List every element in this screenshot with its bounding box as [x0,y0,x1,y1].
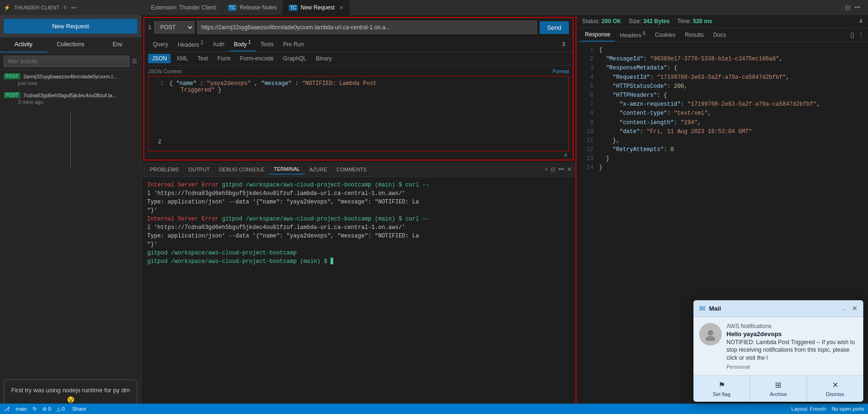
json-editor[interactable]: 1 { "name" : "yaya2devops" , "message" :… [148,76,569,152]
activity-item[interactable]: POST 7cdna63gd6eh5bguf5jkdec4ou0lfzuf.la… [0,89,141,108]
filter-bar: ☰ [0,53,141,70]
new-request-button[interactable]: New Request [4,19,137,34]
resp-braces-icon[interactable]: {} [850,31,854,38]
more-icon[interactable]: ••• [71,5,77,10]
terminal-more-icon[interactable]: ••• [558,166,564,173]
filter-options-icon[interactable]: ☰ [132,58,137,65]
mail-close-icon[interactable]: ✕ [852,304,858,312]
git-icon: ⎇ [4,406,10,412]
resp-tab-response[interactable]: Response [580,28,615,42]
resp-tab-results[interactable]: Results [680,29,709,41]
resp-tab-headers[interactable]: Headers 6 [615,28,650,42]
mail-avatar [699,323,722,346]
activity-url: 2armj32syg6aaezso4bnrvlade0ycxxm.l... [23,74,117,79]
git-branch[interactable]: main [16,406,27,412]
sidebar-tab-activity[interactable]: Activity [0,37,47,52]
terminal-tab-debug[interactable]: DEBUG CONSOLE [214,165,269,174]
set-flag-label: Set flag [713,391,730,397]
tab-query[interactable]: Query [148,38,173,51]
share-button[interactable]: Share [72,406,86,412]
tooltip-text: First try was using nodejs runtime for p… [11,387,130,403]
mail-actions: ⚑ Set flag ⊞ Archive ✕ Dismiss [693,375,863,402]
method-select[interactable]: POST GET PUT DELETE [154,21,194,34]
app-title: THUNDER CLIENT [14,5,59,10]
refresh-icon[interactable]: ↻ [63,5,67,11]
flag-icon: ⚑ [718,380,725,389]
tab-tests[interactable]: Tests [256,38,278,51]
errors-count[interactable]: ⊘ 0 [42,406,51,412]
terminal-tab-output[interactable]: OUTPUT [184,165,214,174]
subtab-graphql[interactable]: GraphQL [279,54,310,63]
terminal-add-icon[interactable]: + [544,166,548,173]
mail-set-flag-button[interactable]: ⚑ Set flag [693,376,750,402]
resp-more-icon[interactable]: ⋮ [858,31,864,38]
tab-release-label: Release Notes [240,4,277,11]
activity-url: 7cdna63gd6eh5bguf5jkdec4ou0lfzuf.la... [23,93,117,98]
filter-activity-input[interactable] [4,56,129,67]
tab-auth[interactable]: Auth [208,38,229,51]
terminal-tab-azure[interactable]: AZURE [305,165,332,174]
activity-item[interactable]: POST 2armj32syg6aaezso4bnrvlade0ycxxm.l.… [0,70,141,89]
no-open-ports-label: No open ports [832,406,864,412]
terminal-tab-problems[interactable]: PROBLEMS [145,165,184,174]
terminal-tab-terminal[interactable]: TERMINAL [269,164,305,175]
url-input[interactable] [197,21,537,34]
json-content-label: JSON Content Format [148,68,569,76]
more-options-icon[interactable]: ••• [854,4,860,11]
warnings-count[interactable]: △ 0 [57,406,65,412]
json-content-line2: Triggered" } [169,87,221,93]
layout-label[interactable]: Layout: French [792,406,826,412]
line-number: 1 [152,80,164,87]
subtab-text[interactable]: Text [194,54,212,63]
split-editor-icon[interactable]: ⊟ [845,4,851,11]
terminal-line: l 'https://7cdna63gd6eh5bguf5jkdec4ou0lf… [147,223,570,232]
resp-tab-right: {} ⋮ [850,31,864,38]
mail-dismiss-button[interactable]: ✕ Dismiss [807,376,863,402]
tab-release-notes[interactable]: TC Release Notes [222,0,283,15]
tab-headers[interactable]: Headers 2 [173,37,208,51]
sidebar-tab-collections[interactable]: Collections [47,37,94,52]
url-bar: 1 POST GET PUT DELETE Send [144,18,573,37]
tab-extension[interactable]: Extension: Thunder Client [145,0,222,15]
terminal-area: PROBLEMS OUTPUT DEBUG CONSOLE TERMINAL A… [142,162,576,414]
tab-close-icon[interactable]: ✕ [339,5,343,11]
resp-tab-cookies[interactable]: Cookies [650,29,680,41]
json-editor-area: JSON Content Format 1 { "name" : "yaya2d… [144,66,573,160]
subtab-xml[interactable]: XML [173,54,192,63]
terminal-split-icon[interactable]: ⊟ [551,166,555,173]
tab-body[interactable]: Body 1 [229,37,256,51]
method-badge: POST [4,92,20,98]
mail-category: Personnal [726,364,858,370]
tab-new-request[interactable]: TC New Request ✕ [283,0,350,15]
dismiss-icon: ✕ [832,380,838,389]
terminal-tab-comments[interactable]: COMMENTS [332,165,371,174]
mail-more-icon[interactable]: ... [842,305,846,312]
tab-pre-run[interactable]: Pre Run [278,38,309,51]
step-label-2: 2 [158,139,161,145]
terminal-controls: + ⊟ ••• ✕ [544,166,572,173]
subtab-json[interactable]: JSON [148,54,171,63]
terminal-line: gitpod /workspace/aws-cloud-project-boot… [147,257,570,266]
status-time: Time: 528 ms [677,18,712,25]
step-label-4: 4 [859,18,862,25]
sync-icon[interactable]: ↻ [33,406,37,412]
tab-new-request-label: New Request [300,4,334,11]
mail-text: AWS Notifications Hello yaya2devops NOTI… [726,323,858,370]
sidebar-header: New Request [0,15,141,37]
status-bar: ⎇ main ↻ ⊘ 0 △ 0 Share Layout: French No… [0,404,868,414]
subtab-form-encode[interactable]: Form-encode [236,54,277,63]
terminal-content[interactable]: Internal Server Error gitpod /workspace/… [142,177,576,414]
sidebar-tab-env[interactable]: Env [94,37,141,52]
resize-handle[interactable]: ◢ [148,152,569,158]
terminal-line: gitpod /workspace/aws-cloud-project-boot… [147,249,570,257]
terminal-line: "}' [147,240,570,249]
terminal-close-icon[interactable]: ✕ [567,166,572,173]
subtab-binary[interactable]: Binary [312,54,335,63]
send-button[interactable]: Send [540,21,569,34]
resp-tab-docs[interactable]: Docs [709,29,731,41]
status-size: Size: 342 Bytes [629,18,670,25]
subtab-form[interactable]: Form [214,54,234,63]
mail-archive-button[interactable]: ⊞ Archive [750,376,807,402]
terminal-tabs: PROBLEMS OUTPUT DEBUG CONSOLE TERMINAL A… [142,162,576,177]
sidebar-separator [70,112,71,169]
